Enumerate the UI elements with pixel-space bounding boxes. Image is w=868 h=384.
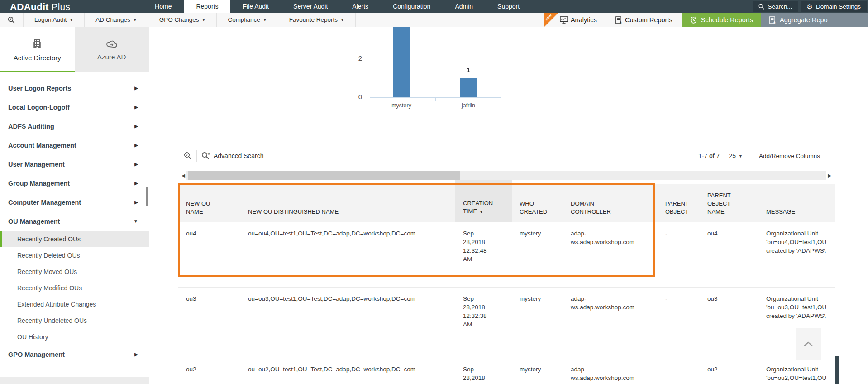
cell-who-created: mystery xyxy=(512,358,563,384)
horizontal-scrollbar-track[interactable] xyxy=(186,171,826,180)
domain-settings-button[interactable]: ⚙ Domain Settings xyxy=(801,1,867,12)
sidebar-item-recently-created-ous[interactable]: Recently Created OUs xyxy=(0,231,149,247)
chart-category-label: jafriin xyxy=(453,102,484,109)
chevron-right-icon: ▶ xyxy=(134,136,138,155)
col-header-new-ou-name[interactable]: NEW OU NAME xyxy=(178,184,240,222)
sidebar-item-extended-attribute-changes[interactable]: Extended Attribute Changes xyxy=(0,296,149,312)
topbar-right-group: Search... ⚙ Domain Settings xyxy=(751,0,868,13)
cell-new-ou-name: ou2 xyxy=(178,358,240,384)
menu-logon-audit[interactable]: Logon Audit▼ xyxy=(24,13,85,27)
col-header-creation-time[interactable]: CREATION TIME▼ xyxy=(455,184,512,222)
scroll-to-top-button[interactable] xyxy=(796,328,821,360)
report-toolbar: Logon Audit▼ AD Changes▼ GPO Changes▼ Co… xyxy=(0,13,868,27)
col-header-label: PARENT OBJECT NAME xyxy=(707,192,735,216)
nav-tab-configuration[interactable]: Configuration xyxy=(381,0,443,13)
sidebar-item-ou-history[interactable]: OU History xyxy=(0,329,149,345)
report-toolbar-right: NEW Analytics ★ Custom Reports Schedule … xyxy=(544,13,868,27)
sidebar-item-label: ADFS Auditing xyxy=(8,123,54,130)
record-count: 1-7 of 7 xyxy=(698,152,720,159)
tab-azure-ad-label: Azure AD xyxy=(97,53,126,61)
col-header-label: PARENT OBJECT xyxy=(665,200,693,216)
sidebar-item-account-management[interactable]: Account Management▶ xyxy=(0,136,149,155)
schedule-reports-label: Schedule Reports xyxy=(701,16,753,24)
sidebar-item-user-logon-reports[interactable]: User Logon Reports▶ xyxy=(0,79,149,98)
adaudit-plus-app: ADAudit Plus Home Reports File Audit Ser… xyxy=(0,0,868,384)
chevron-down-icon: ▼ xyxy=(134,212,138,231)
menu-gpo-changes[interactable]: GPO Changes▼ xyxy=(148,13,217,27)
sidebar-item-recently-deleted-ous[interactable]: Recently Deleted OUs xyxy=(0,247,149,264)
sidebar-item-recently-modified-ous[interactable]: Recently Modified OUs xyxy=(0,280,149,296)
chevron-right-icon: ▶ xyxy=(134,155,138,174)
nav-tab-alerts[interactable]: Alerts xyxy=(340,0,381,13)
sidebar-item-label: Local Logon-Logoff xyxy=(8,104,70,111)
table-row[interactable]: ou3 ou=ou3,OU=test1,OU=Test,DC=adap,DC=w… xyxy=(178,288,835,358)
col-header-label: NEW OU DISTINGUISHED NAME xyxy=(248,208,339,216)
advanced-search-label[interactable]: Advanced Search xyxy=(214,152,264,159)
column-search-icon[interactable] xyxy=(184,152,192,160)
col-header-who-created[interactable]: WHO CREATED xyxy=(512,184,563,222)
col-header-new-ou-distinguished-name[interactable]: NEW OU DISTINGUISHED NAME xyxy=(240,184,455,222)
nav-tab-home[interactable]: Home xyxy=(143,0,184,13)
chevron-down-icon: ▼ xyxy=(739,154,743,158)
add-remove-columns-button[interactable]: Add/Remove Columns xyxy=(752,149,827,163)
table-row[interactable]: ou4 ou=ou4,OU=test1,OU=Test,DC=adap,DC=w… xyxy=(178,222,835,288)
sidebar-scrollbar-thumb[interactable] xyxy=(146,187,148,206)
nav-tab-admin[interactable]: Admin xyxy=(443,0,485,13)
col-header-label: NEW OU NAME xyxy=(186,200,219,216)
bar-chart: 02mystery1jafriin xyxy=(149,27,868,138)
table-row[interactable]: ou2 ou=ou2,OU=test1,OU=Test,DC=adap,DC=w… xyxy=(178,358,835,384)
scroll-right-arrow-icon[interactable]: ▶ xyxy=(826,173,833,178)
menu-favourite-reports-label: Favourite Reports xyxy=(289,16,338,23)
top-navigation-bar: ADAudit Plus Home Reports File Audit Ser… xyxy=(0,0,868,13)
nav-tab-server-audit[interactable]: Server Audit xyxy=(281,0,340,13)
domain-settings-label: Domain Settings xyxy=(816,1,861,12)
horizontal-scrollbar-thumb[interactable] xyxy=(188,171,460,180)
sidebar-item-adfs-auditing[interactable]: ADFS Auditing▶ xyxy=(0,117,149,136)
menu-ad-changes[interactable]: AD Changes▼ xyxy=(85,13,148,27)
custom-reports-button[interactable]: ★ Custom Reports xyxy=(606,13,682,27)
report-search-button[interactable] xyxy=(0,13,24,27)
menu-favourite-reports[interactable]: Favourite Reports▼ xyxy=(278,13,356,27)
cell-dn: ou=ou2,OU=test1,OU=Test,DC=adap,DC=works… xyxy=(240,358,455,384)
menu-compliance[interactable]: Compliance▼ xyxy=(217,13,278,27)
scroll-left-arrow-icon[interactable]: ◀ xyxy=(180,173,186,178)
page-size-dropdown[interactable]: 25▼ xyxy=(729,152,743,159)
advanced-search-icon[interactable]: ★ xyxy=(201,152,210,160)
col-header-parent-object-name[interactable]: PARENT OBJECT NAME xyxy=(700,184,758,222)
aggregate-reports-button[interactable]: ★ Aggregate Repo xyxy=(761,13,868,27)
chevron-right-icon: ▶ xyxy=(134,98,138,117)
sidebar-item-group-management[interactable]: Group Management▶ xyxy=(0,174,149,193)
divider xyxy=(196,150,197,162)
page-size-value: 25 xyxy=(729,152,736,159)
global-search-button[interactable]: Search... xyxy=(753,1,798,12)
nav-tab-support[interactable]: Support xyxy=(485,0,532,13)
vertical-scrollbar-thumb[interactable] xyxy=(835,356,839,384)
top-nav-tabs: Home Reports File Audit Server Audit Ale… xyxy=(143,0,532,13)
analytics-button[interactable]: NEW Analytics xyxy=(544,13,606,27)
col-header-parent-object[interactable]: PARENT OBJECT xyxy=(658,184,700,222)
nav-tab-file-audit[interactable]: File Audit xyxy=(230,0,281,13)
cell-parent-object-name: ou3 xyxy=(700,288,758,358)
sidebar-item-gpo-management[interactable]: GPO Management▶ xyxy=(0,345,149,364)
chevron-right-icon: ▶ xyxy=(134,345,138,364)
sidebar-footer-strip xyxy=(0,377,149,384)
app-logo-light: Plus xyxy=(48,1,70,12)
chevron-down-icon: ▼ xyxy=(263,18,267,22)
schedule-reports-button[interactable]: Schedule Reports xyxy=(682,13,761,27)
sidebar-menu: User Logon Reports▶ Local Logon-Logoff▶ … xyxy=(0,72,149,364)
sidebar-item-recently-undeleted-ous[interactable]: Recently Undeleted OUs xyxy=(0,312,149,329)
tab-azure-ad[interactable]: Azure AD xyxy=(75,27,149,72)
cell-domain-controller: adap-ws.adap.workshop.com xyxy=(563,358,658,384)
app-logo[interactable]: ADAudit Plus xyxy=(0,0,75,13)
col-header-domain-controller[interactable]: DOMAIN CONTROLLER xyxy=(563,184,658,222)
sidebar-item-ou-management[interactable]: OU Management▼ xyxy=(0,212,149,231)
sidebar-item-computer-management[interactable]: Computer Management▶ xyxy=(0,193,149,212)
custom-reports-label: Custom Reports xyxy=(625,16,672,24)
sidebar-item-recently-moved-ous[interactable]: Recently Moved OUs xyxy=(0,264,149,280)
sidebar-item-user-management[interactable]: User Management▶ xyxy=(0,155,149,174)
chart-bar xyxy=(460,78,477,98)
col-header-message[interactable]: MESSAGE xyxy=(758,184,835,222)
sidebar-item-local-logon-logoff[interactable]: Local Logon-Logoff▶ xyxy=(0,98,149,117)
tab-active-directory[interactable]: Active Directory xyxy=(0,27,75,72)
nav-tab-reports[interactable]: Reports xyxy=(184,0,230,13)
